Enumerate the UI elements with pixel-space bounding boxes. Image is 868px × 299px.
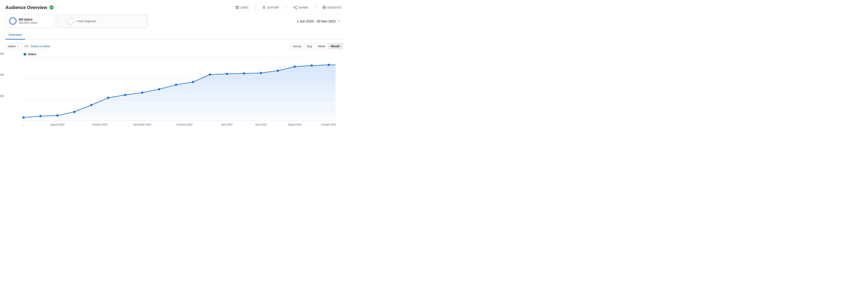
tab-overview[interactable]: Overview xyxy=(5,31,25,39)
data-point xyxy=(141,92,143,94)
week-button[interactable]: Week xyxy=(315,43,328,49)
data-point xyxy=(73,111,75,113)
save-label: SAVE xyxy=(241,6,248,9)
share-icon xyxy=(293,5,297,9)
verified-icon xyxy=(49,5,54,10)
day-button[interactable]: Day xyxy=(304,43,315,49)
select-metric-link[interactable]: Select a metric xyxy=(31,44,50,48)
data-point xyxy=(124,94,126,96)
data-point xyxy=(226,73,228,75)
export-button[interactable]: EXPORT xyxy=(260,4,281,10)
add-segment-button[interactable]: + Add Segment xyxy=(57,14,148,28)
x-label-dec2020: December 2020 xyxy=(133,123,151,126)
chart-area: Users 30,000 20,000 10,000 xyxy=(5,53,343,133)
chart-svg: ... August 2020 October 2020 December 20… xyxy=(24,58,336,126)
sep3: | xyxy=(315,5,316,10)
legend-label: Users xyxy=(28,53,36,56)
x-label-jun2021: June 2021 xyxy=(255,123,267,126)
segments-left: All Users 100.00% Users + Add Segment xyxy=(5,14,148,28)
data-point xyxy=(277,70,279,72)
insights-label: INSIGHTS xyxy=(328,6,341,9)
export-icon xyxy=(262,5,266,9)
page-title: Audience Overview xyxy=(5,5,47,10)
save-icon xyxy=(235,5,239,9)
data-point xyxy=(22,117,25,119)
legend-dot xyxy=(24,53,26,56)
header-left: Audience Overview xyxy=(5,5,54,10)
export-label: EXPORT xyxy=(267,6,279,9)
vs-label: VS xyxy=(24,44,28,48)
y-label-30k: 30,000 xyxy=(0,53,4,55)
data-point xyxy=(56,114,59,117)
segment-info: All Users 100.00% Users xyxy=(19,18,37,24)
data-point xyxy=(243,72,245,74)
metric-label: Users xyxy=(8,44,16,48)
metric-selector: Users VS Select a metric xyxy=(5,43,50,49)
x-label-aug2020: August 2020 xyxy=(51,123,64,126)
chart-area-fill xyxy=(24,65,336,121)
data-point xyxy=(260,72,262,74)
hourly-button[interactable]: Hourly xyxy=(290,43,304,49)
y-label-20k: 20,000 xyxy=(0,73,4,76)
date-range-button[interactable]: 1 Jun 2020 - 30 Nov 2021 xyxy=(295,18,343,24)
data-point xyxy=(293,66,296,68)
data-point xyxy=(209,73,211,76)
svg-point-2 xyxy=(324,7,324,8)
x-label-aug2021: August 2021 xyxy=(288,123,302,126)
sep1: | xyxy=(254,5,256,10)
insights-button[interactable]: INSIGHTS xyxy=(321,4,343,10)
month-button[interactable]: Month xyxy=(328,43,343,49)
segment-pct: 100.00% Users xyxy=(19,21,37,24)
data-point xyxy=(158,88,160,90)
share-label: SHARE xyxy=(298,6,309,9)
add-segment-label: + Add Segment xyxy=(76,20,96,23)
date-range-label: 1 Jun 2020 - 30 Nov 2021 xyxy=(297,19,336,23)
y-axis-labels: 30,000 20,000 10,000 xyxy=(0,53,4,116)
chevron-down-icon xyxy=(337,19,341,23)
segments-row: All Users 100.00% Users + Add Segment 1 … xyxy=(5,14,343,28)
chart-svg-wrapper: ... August 2020 October 2020 December 20… xyxy=(24,58,340,126)
chart-controls: Users VS Select a metric Hourly Day Week… xyxy=(5,43,343,49)
x-label-apr2021: April 2021 xyxy=(221,123,232,126)
dropdown-chevron-icon xyxy=(17,45,20,48)
data-point xyxy=(107,97,110,99)
x-label-oct2021: October 2021 xyxy=(321,123,336,126)
y-label-10k: 10,000 xyxy=(0,95,4,97)
x-label: ... xyxy=(22,123,24,126)
save-button[interactable]: SAVE xyxy=(234,4,250,10)
x-label-feb2021: February 2021 xyxy=(176,123,193,126)
insights-icon xyxy=(322,5,327,9)
data-point xyxy=(90,104,92,106)
x-label-oct2020: October 2020 xyxy=(92,123,107,126)
sep2: | xyxy=(285,5,287,10)
page-header: Audience Overview SAVE | EXPORT | SHARE … xyxy=(5,4,343,10)
tabs-row: Overview xyxy=(5,31,343,39)
header-actions: SAVE | EXPORT | SHARE | INSIGHTS xyxy=(234,4,343,10)
data-point xyxy=(328,64,330,66)
segment-name: All Users xyxy=(19,18,37,21)
metric-dropdown[interactable]: Users xyxy=(5,43,22,49)
segment-circle-icon xyxy=(9,18,17,25)
data-point xyxy=(39,115,41,117)
data-point xyxy=(175,84,177,86)
data-point xyxy=(192,81,194,83)
time-period-buttons: Hourly Day Week Month xyxy=(290,43,343,49)
segment-card-1[interactable]: All Users 100.00% Users xyxy=(5,14,55,28)
share-button[interactable]: SHARE xyxy=(292,4,310,10)
chart-legend: Users xyxy=(24,53,340,56)
add-segment-circle xyxy=(67,18,74,25)
data-point xyxy=(311,64,313,67)
